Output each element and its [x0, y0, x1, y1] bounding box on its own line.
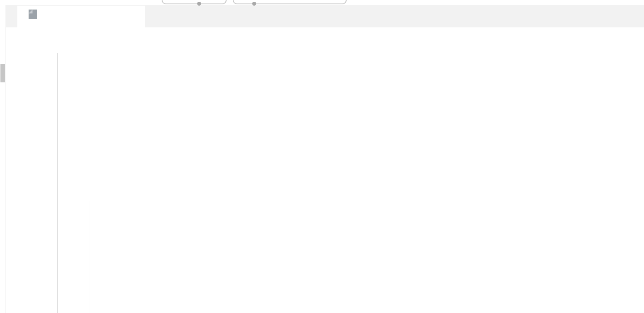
left-tool-strip — [0, 5, 6, 313]
scrollbar-thumb[interactable] — [0, 64, 5, 82]
ide-screen — [0, 0, 644, 313]
cropped-toolbar-field-2[interactable] — [233, 0, 347, 4]
code-editor[interactable] — [0, 27, 644, 313]
field-dot-icon — [252, 2, 256, 6]
indent-guide — [90, 201, 90, 313]
field-dot-icon — [197, 2, 201, 6]
gutter — [6, 27, 62, 313]
manifest-mf-badge — [23, 16, 37, 24]
top-strip — [0, 0, 644, 5]
editor-tab-bar — [6, 5, 644, 27]
tab-androidmanifest[interactable] — [17, 6, 145, 27]
cropped-toolbar-field-1[interactable] — [162, 0, 227, 4]
fold-line — [57, 53, 58, 313]
active-tab-underline — [17, 25, 145, 27]
manifest-file-icon — [23, 9, 38, 24]
